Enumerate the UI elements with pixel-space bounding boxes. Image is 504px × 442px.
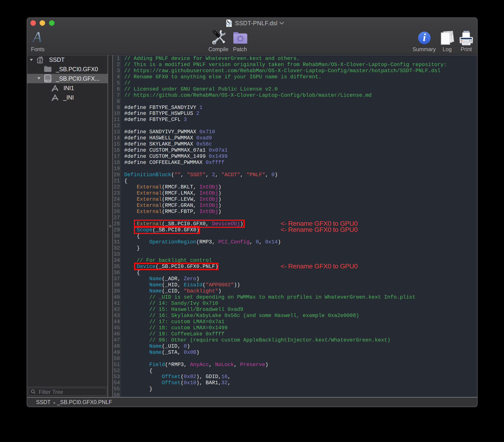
- svg-text:DSL: DSL: [228, 25, 231, 27]
